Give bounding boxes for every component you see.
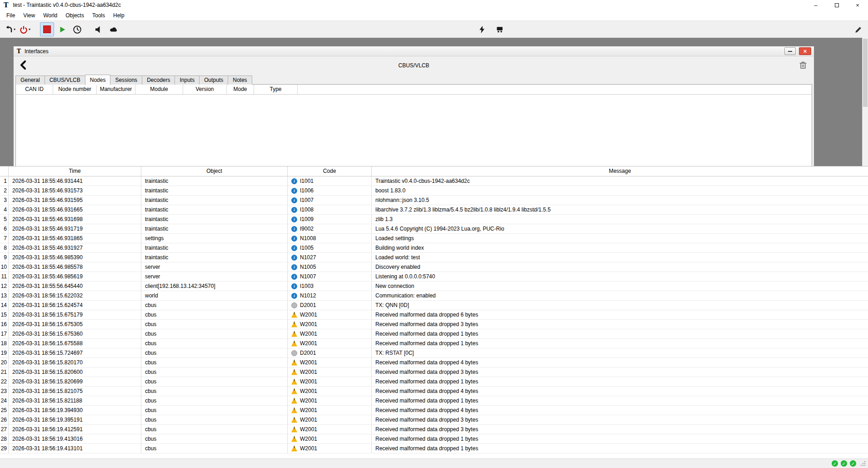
train-button[interactable] [493, 22, 507, 36]
tab-decoders[interactable]: Decoders [142, 75, 175, 85]
delete-button[interactable] [798, 60, 808, 70]
log-row[interactable]: 13 2026-03-31 18:56:15.622032 world i N1… [0, 291, 868, 301]
log-row[interactable]: 22 2026-03-31 18:56:15.820699 cbus ! W20… [0, 377, 868, 387]
menu-tools[interactable]: Tools [88, 10, 109, 20]
log-header-code[interactable]: Code [288, 166, 372, 176]
log-header-time[interactable]: Time [9, 166, 141, 176]
log-row[interactable]: 20 2026-03-31 18:56:15.820170 cbus ! W20… [0, 358, 868, 367]
log-row[interactable]: 28 2026-03-31 18:56:19.413016 cbus ! W20… [0, 434, 868, 444]
log-code: ! W2001 [288, 358, 372, 367]
log-row[interactable]: 5 2026-03-31 18:55:46.931698 traintastic… [0, 215, 868, 224]
log-code: i I1008 [288, 205, 372, 214]
nodes-table-body[interactable] [16, 95, 812, 166]
nodes-col-can-id[interactable]: CAN ID [16, 85, 53, 94]
maximize-button[interactable] [826, 0, 847, 10]
log-time: 2026-03-31 18:56:15.820699 [9, 377, 141, 386]
log-row[interactable]: 12 2026-03-31 18:55:56.645440 client[192… [0, 282, 868, 291]
menu-view[interactable]: View [19, 10, 39, 20]
log-message: Received malformed data dropped 4 bytes [372, 358, 868, 367]
log-code: ! W2001 [288, 339, 372, 348]
fast-clock-button[interactable] [70, 22, 84, 36]
nodes-col-version[interactable]: Version [183, 85, 227, 94]
log-time: 2026-03-31 18:56:19.395191 [9, 415, 141, 424]
log-time: 2026-03-31 18:55:46.931865 [9, 234, 141, 243]
connection-icon [4, 25, 13, 34]
close-button[interactable]: × [847, 0, 868, 10]
log-row[interactable]: 27 2026-03-31 18:56:19.412591 cbus ! W20… [0, 425, 868, 434]
log-row[interactable]: 29 2026-03-31 18:56:19.413101 cbus ! W20… [0, 444, 868, 453]
run-button[interactable] [55, 22, 69, 36]
log-row[interactable]: 14 2026-03-31 18:56:15.624574 cbus D2001… [0, 301, 868, 310]
log-row[interactable]: 2 2026-03-31 18:55:46.931573 traintastic… [0, 186, 868, 196]
log-row[interactable]: 6 2026-03-31 18:55:46.931719 traintastic… [0, 224, 868, 234]
warning-icon: ! [291, 398, 297, 404]
log-row[interactable]: 15 2026-03-31 18:56:15.675179 cbus ! W20… [0, 310, 868, 320]
log-time: 2026-03-31 18:55:46.931441 [9, 176, 141, 186]
tab-nodes[interactable]: Nodes [85, 75, 111, 85]
lightning-button[interactable] [475, 22, 489, 36]
log-header-message[interactable]: Message [372, 166, 868, 176]
smoke-button[interactable] [106, 22, 120, 36]
log-code: i N1012 [288, 291, 372, 300]
log-row-number: 28 [0, 434, 9, 443]
log-time: 2026-03-31 18:56:15.624574 [9, 301, 141, 310]
menu-world[interactable]: World [39, 10, 61, 20]
menu-help[interactable]: Help [109, 10, 129, 20]
nodes-col-node-number[interactable]: Node number [53, 85, 97, 94]
log-row[interactable]: 11 2026-03-31 18:55:46.985619 server i N… [0, 272, 868, 282]
log-time: 2026-03-31 18:55:46.985578 [9, 262, 141, 272]
log-row[interactable]: 10 2026-03-31 18:55:46.985578 server i N… [0, 262, 868, 272]
log-row-number: 16 [0, 320, 9, 329]
log-row[interactable]: 1 2026-03-31 18:55:46.931441 traintastic… [0, 176, 868, 186]
tab-notes[interactable]: Notes [228, 75, 252, 85]
nodes-col-manufacturer[interactable]: Manufacturer [97, 85, 135, 94]
tab-outputs[interactable]: Outputs [199, 75, 228, 85]
log-row[interactable]: 19 2026-03-31 18:56:15.724697 cbus D2001… [0, 348, 868, 358]
tab-sessions[interactable]: Sessions [110, 75, 142, 85]
resize-grip[interactable] [861, 461, 866, 466]
log-header-object[interactable]: Object [141, 166, 288, 176]
stop-button[interactable] [40, 22, 54, 36]
power-button[interactable]: ▾ [18, 22, 32, 36]
interfaces-minimize-button[interactable] [784, 47, 796, 55]
minimize-button[interactable]: – [805, 0, 826, 10]
info-icon: i [291, 207, 297, 213]
log-row[interactable]: 4 2026-03-31 18:55:46.931665 traintastic… [0, 205, 868, 215]
log-row[interactable]: 8 2026-03-31 18:55:46.931927 traintastic… [0, 243, 868, 253]
mdi-vertical-scrollbar[interactable] [862, 38, 868, 166]
interfaces-window-titlebar[interactable]: T Interfaces × [14, 46, 814, 56]
mute-button[interactable] [91, 22, 105, 36]
log-row-number: 17 [0, 329, 9, 338]
nodes-col-type[interactable]: Type [254, 85, 298, 94]
menu-objects[interactable]: Objects [61, 10, 88, 20]
chevron-down-icon: ▾ [29, 27, 30, 31]
nodes-col-module[interactable]: Module [135, 85, 183, 94]
log-row[interactable]: 7 2026-03-31 18:55:46.931865 settings i … [0, 234, 868, 243]
scrollbar-thumb[interactable] [863, 39, 868, 107]
log-body: 1 2026-03-31 18:55:46.931441 traintastic… [0, 176, 868, 458]
log-row[interactable]: 26 2026-03-31 18:56:19.395191 cbus ! W20… [0, 415, 868, 425]
log-object: cbus [141, 367, 288, 377]
log-row[interactable]: 24 2026-03-31 18:56:15.821188 cbus ! W20… [0, 396, 868, 406]
app-icon: T [4, 2, 8, 8]
log-row[interactable]: 9 2026-03-31 18:55:46.985390 traintastic… [0, 253, 868, 262]
log-row[interactable]: 18 2026-03-31 18:56:15.675588 cbus ! W20… [0, 339, 868, 348]
log-row[interactable]: 21 2026-03-31 18:56:15.820600 cbus ! W20… [0, 367, 868, 377]
tab-cbus-vlcb[interactable]: CBUS/VLCB [45, 75, 85, 85]
log-time: 2026-03-31 18:56:15.675588 [9, 339, 141, 348]
log-row[interactable]: 17 2026-03-31 18:56:15.675360 cbus ! W20… [0, 329, 868, 339]
log-row[interactable]: 25 2026-03-31 18:56:19.394930 cbus ! W20… [0, 406, 868, 415]
log-object: server [141, 262, 288, 272]
log-row[interactable]: 3 2026-03-31 18:55:46.931595 traintastic… [0, 196, 868, 205]
interfaces-close-button[interactable]: × [799, 47, 811, 55]
log-row[interactable]: 23 2026-03-31 18:56:15.821075 cbus ! W20… [0, 387, 868, 396]
log-panel: Time Object Code Message 1 2026-03-31 18… [0, 166, 868, 458]
tab-general[interactable]: General [15, 75, 45, 85]
nodes-col-mode[interactable]: Mode [227, 85, 254, 94]
connection-button[interactable]: ▾ [3, 22, 17, 36]
log-row[interactable]: 16 2026-03-31 18:56:15.675305 cbus ! W20… [0, 320, 868, 329]
edit-world-button[interactable] [851, 22, 865, 36]
tab-inputs[interactable]: Inputs [175, 75, 200, 85]
log-code-text: W2001 [300, 339, 317, 348]
menu-file[interactable]: File [2, 10, 19, 20]
